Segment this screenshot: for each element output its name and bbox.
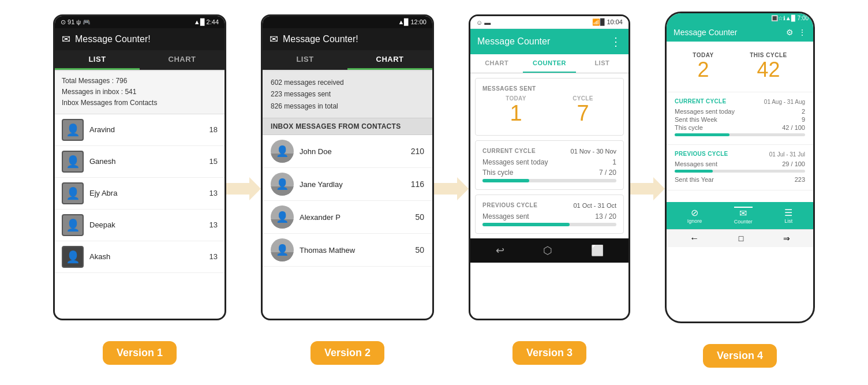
v2-inbox-header: INBOX MESSAGES FROM CONTACTS	[263, 118, 432, 135]
more-icon-v4[interactable]: ⋮	[798, 28, 806, 37]
svg-marker-2	[630, 177, 665, 200]
person-icon: 👤	[66, 155, 80, 169]
contact-count: 13	[209, 220, 218, 229]
v4-current-progress-bg	[675, 133, 805, 136]
v3-msg-sent-today-val: 1	[612, 158, 616, 166]
tab-chart-v3[interactable]: CHART	[470, 54, 523, 73]
back-nav-icon[interactable]: ←	[690, 233, 699, 244]
v4-status-right: 🔳☆ℹ▲▉ 7:00	[771, 15, 809, 21]
person-icon: 👤	[276, 244, 289, 256]
v2-app-title: Message Counter!	[283, 34, 358, 44]
phone-v3: ☺ ▬ 📶▉ 10:04 Message Counter ⋮ CHART COU…	[469, 14, 630, 320]
tab-list-v2[interactable]: LIST	[263, 50, 347, 70]
avatar: 👤	[62, 246, 84, 268]
tab-list-v1[interactable]: LIST	[55, 50, 140, 70]
v4-prev-msg-sent-label: Messages sent	[675, 160, 717, 167]
v1-status-bar: ⊙ 91 ψ 🎮 ▲▉ 2:44	[55, 16, 225, 28]
summary-line-2: Messages in inbox : 541	[62, 87, 218, 98]
v1-contact-list: 👤 Aravind 18 👤 Ganesh 15 👤 Ejy Abra 13 👤…	[55, 114, 225, 273]
version-1-label: Version 1	[103, 341, 177, 365]
v2-contact-list: 👤 John Doe 210 👤 Jane Yardlay 116	[263, 135, 432, 267]
v4-status-bar: 🔳☆ℹ▲▉ 7:00	[667, 13, 813, 23]
v3-header: Message Counter ⋮	[470, 29, 628, 54]
settings-icon[interactable]: ⚙	[786, 28, 794, 37]
v3-messages-sent-card: MESSAGES SENT TODAY 1 CYCLE 7	[475, 78, 624, 136]
nav-counter-label: Counter	[734, 219, 753, 225]
avatar: 👤	[271, 238, 294, 261]
version-3-col: ☺ ▬ 📶▉ 10:04 Message Counter ⋮ CHART COU…	[469, 14, 630, 365]
tab-chart-v1[interactable]: CHART	[140, 50, 225, 70]
v3-this-cycle-val: 7 / 20	[599, 169, 616, 177]
phone-v4: 🔳☆ℹ▲▉ 7:00 Message Counter ⚙ ⋮ TODAY 2	[665, 12, 815, 323]
avatar: 👤	[62, 119, 84, 141]
v4-prev-cycle-label: PREVIOUS CYCLE	[675, 151, 728, 157]
version-1-col: ⊙ 91 ψ 🎮 ▲▉ 2:44 ✉ Message Counter! LIST…	[53, 14, 226, 365]
v3-bottom-bar: ↩ ⬡ ⬜	[470, 238, 628, 263]
v4-sent-this-year-val: 223	[795, 176, 805, 183]
version-4-col: 🔳☆ℹ▲▉ 7:00 Message Counter ⚙ ⋮ TODAY 2	[665, 12, 815, 368]
home-nav-icon[interactable]: □	[739, 234, 743, 243]
v4-previous-cycle-section: PREVIOUS CYCLE 01 Jul - 31 Jul Messages …	[667, 145, 813, 190]
home-icon[interactable]: ⬡	[543, 244, 552, 257]
tab-chart-v2[interactable]: CHART	[347, 50, 432, 70]
back-icon[interactable]: ↩	[496, 244, 504, 257]
person-icon: 👤	[276, 145, 289, 158]
nav-counter[interactable]: ✉ Counter	[734, 207, 753, 225]
v2-tabs: LIST CHART	[263, 50, 432, 71]
v2-status-bar: ▲▉ 12:00	[263, 16, 432, 28]
list-item[interactable]: 👤 Ejy Abra 13	[55, 178, 225, 210]
list-item[interactable]: 👤 Thomas Mathew 50	[263, 234, 432, 267]
v3-status-right: 📶▉ 10:04	[592, 18, 623, 26]
contact-name: Ganesh	[89, 157, 204, 166]
v4-sent-this-year-label: Sent this Year	[675, 176, 714, 183]
v4-sent-this-week-label: Sent this Week	[675, 116, 717, 123]
v1-summary: Total Messages : 796 Messages in inbox :…	[55, 71, 225, 114]
list-item[interactable]: 👤 Aravind 18	[55, 114, 225, 146]
phone-v1: ⊙ 91 ψ 🎮 ▲▉ 2:44 ✉ Message Counter! LIST…	[53, 14, 226, 320]
more-icon[interactable]: ⋮	[610, 35, 622, 48]
envelope-icon-v2: ✉	[270, 33, 278, 46]
v4-prev-msg-sent-val: 29 / 100	[782, 160, 805, 167]
v1-tabs: LIST CHART	[55, 50, 225, 71]
person-icon: 👤	[66, 186, 80, 200]
list-item[interactable]: 👤 Ganesh 15	[55, 146, 225, 178]
v1-app-header: ✉ Message Counter!	[55, 28, 225, 50]
v2-app-header: ✉ Message Counter!	[263, 28, 432, 50]
indicator	[286, 159, 292, 163]
nav-ignore[interactable]: ⊘ Ignore	[687, 207, 702, 224]
nav-list[interactable]: ☰ List	[784, 207, 792, 224]
v4-app-title: Message Counter	[674, 28, 738, 37]
tab-counter-v3[interactable]: COUNTER	[523, 54, 575, 73]
list-item[interactable]: 👤 Akash 13	[55, 241, 225, 273]
list-item[interactable]: 👤 Jane Yardlay 116	[263, 168, 432, 201]
person-icon: 👤	[276, 211, 289, 223]
v3-tabs: CHART COUNTER LIST	[470, 54, 628, 73]
v3-msg-sent-today-label: Messages sent today	[482, 158, 548, 166]
v3-prev-msg-sent-val: 13 / 20	[595, 212, 616, 220]
v3-today-value: 1	[506, 102, 526, 126]
v2-status-right: ▲▉ 12:00	[398, 18, 426, 26]
version-2-label: Version 2	[310, 341, 384, 365]
contact-count: 210	[411, 147, 424, 156]
version-3-label: Version 3	[512, 341, 586, 365]
v4-msg-sent-today-val: 2	[802, 108, 805, 115]
tab-list-v3[interactable]: LIST	[576, 54, 628, 73]
v3-prev-cycle-date: 01 Oct - 31 Oct	[573, 202, 616, 209]
avatar: 👤	[271, 205, 294, 229]
contact-name: Alexander P	[300, 213, 409, 222]
contact-name: Ejy Abra	[89, 189, 204, 197]
avatar: 👤	[271, 173, 294, 196]
v2-summary-line-2: 223 messages sent	[271, 88, 424, 100]
indicator	[286, 192, 292, 196]
contact-name: Deepak	[89, 220, 204, 229]
v3-messages-sent-title: MESSAGES SENT	[482, 85, 616, 92]
v4-current-cycle-section: CURRENT CYCLE 01 Aug - 31 Aug Messages s…	[667, 92, 813, 145]
v3-this-cycle-label: This cycle	[482, 169, 513, 177]
list-item[interactable]: 👤 Deepak 13	[55, 210, 225, 241]
recents-nav-icon[interactable]: ⇒	[783, 234, 790, 243]
list-item[interactable]: 👤 Alexander P 50	[263, 201, 432, 234]
list-item[interactable]: 👤 John Doe 210	[263, 135, 432, 168]
recents-icon[interactable]: ⬜	[591, 244, 604, 257]
v3-prev-cycle-title: PREVIOUS CYCLE	[482, 202, 537, 208]
avatar: 👤	[62, 182, 84, 204]
